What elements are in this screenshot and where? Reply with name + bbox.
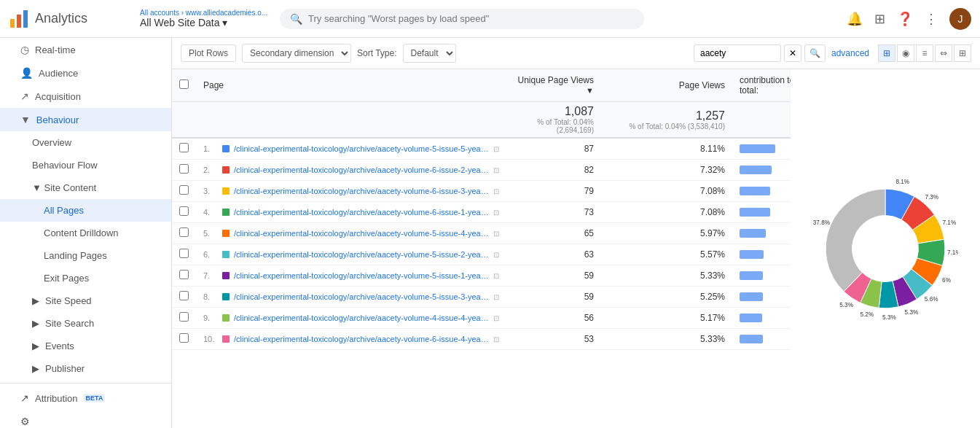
external-link-icon[interactable]: ⊡	[493, 187, 499, 195]
row-unique-views: 79	[506, 181, 601, 202]
external-link-icon[interactable]: ⊡	[493, 209, 499, 217]
row-checkbox[interactable]	[179, 312, 189, 322]
sidebar-item-content-drilldown[interactable]: Content Drilldown	[0, 222, 171, 244]
row-checkbox[interactable]	[179, 206, 189, 216]
more-icon[interactable]: ⋮	[925, 11, 938, 27]
th-unique-views[interactable]: Unique Page Views ▼	[506, 69, 601, 102]
pie-label-10: 37.8%	[813, 219, 830, 226]
row-pct: 7.08%	[601, 202, 732, 223]
top-icons: 🔔 ⊞ ❓ ⋮ J	[847, 8, 971, 30]
row-number: 6.	[203, 250, 218, 259]
row-checkbox-cell[interactable]	[172, 287, 196, 308]
sidebar-item-behaviour[interactable]: ▼ Behaviour	[0, 108, 171, 131]
account-dropdown-icon[interactable]: ▾	[222, 17, 227, 28]
sidebar-icon-site-search: ▶	[32, 318, 39, 329]
row-checkbox-cell[interactable]	[172, 181, 196, 202]
top-bar: Analytics All accounts › www.alliedacade…	[0, 0, 980, 38]
sidebar-item-events[interactable]: ▶ Events	[0, 335, 171, 357]
sidebar-item-realtime[interactable]: ◷ Real-time	[0, 38, 171, 61]
view-compare-button[interactable]: ⇔	[935, 44, 952, 62]
row-checkbox-cell[interactable]	[172, 265, 196, 287]
view-pie-button[interactable]: ◉	[897, 44, 914, 62]
external-link-icon[interactable]: ⊡	[493, 272, 499, 280]
pie-label-2: 7.1%	[943, 219, 957, 226]
sidebar-item-publisher[interactable]: ▶ Publisher	[0, 357, 171, 380]
account-name[interactable]: All Web Site Data ▾	[140, 17, 271, 28]
view-grid-button[interactable]: ⊞	[878, 44, 895, 62]
plot-rows-button[interactable]: Plot Rows	[181, 44, 236, 62]
page-link[interactable]: /clinical-experimental-toxicology/archiv…	[234, 292, 489, 301]
sidebar: ◷ Real-time 👤 Audience ↗ Acquisition ▼ B…	[0, 38, 172, 428]
sidebar-item-behaviour-flow[interactable]: Behaviour Flow	[0, 154, 171, 176]
row-pct: 5.33%	[601, 265, 732, 287]
help-icon[interactable]: ❓	[897, 11, 913, 27]
row-checkbox-cell[interactable]	[172, 308, 196, 329]
row-checkbox-cell[interactable]	[172, 202, 196, 223]
row-checkbox-cell[interactable]	[172, 223, 196, 244]
row-unique-views: 59	[506, 287, 601, 308]
row-checkbox[interactable]	[179, 333, 189, 343]
page-link[interactable]: /clinical-experimental-toxicology/archiv…	[234, 187, 489, 195]
page-link[interactable]: /clinical-experimental-toxicology/archiv…	[234, 314, 489, 322]
external-link-icon[interactable]: ⊡	[493, 293, 499, 301]
external-link-icon[interactable]: ⊡	[493, 230, 499, 238]
row-checkbox-cell[interactable]	[172, 160, 196, 181]
view-pivot-button[interactable]: ⊞	[954, 44, 971, 62]
sidebar-item-audience[interactable]: 👤 Audience	[0, 61, 171, 85]
row-page-cell: 8. /clinical-experimental-toxicology/arc…	[196, 287, 506, 308]
page-link[interactable]: /clinical-experimental-toxicology/archiv…	[234, 229, 489, 238]
row-checkbox[interactable]	[179, 143, 189, 152]
sidebar-item-attribution[interactable]: ↗ Attribution BETA	[0, 386, 171, 410]
pie-label-8: 5.2%	[860, 311, 874, 318]
sidebar-label-publisher: Publisher	[45, 363, 85, 374]
page-link[interactable]: /clinical-experimental-toxicology/archiv…	[234, 166, 489, 174]
pie-slice-10[interactable]	[826, 189, 885, 292]
sidebar-item-overview[interactable]: Overview	[0, 131, 171, 154]
filter-input[interactable]	[694, 44, 781, 62]
sidebar-item-all-pages[interactable]: All Pages	[0, 199, 171, 222]
sidebar-item-site-search[interactable]: ▶ Site Search	[0, 312, 171, 335]
row-checkbox[interactable]	[179, 249, 189, 258]
user-avatar[interactable]: J	[949, 8, 971, 30]
external-link-icon[interactable]: ⊡	[493, 335, 499, 343]
view-bar-button[interactable]: ≡	[916, 44, 933, 62]
notifications-icon[interactable]: 🔔	[847, 11, 863, 27]
search-input[interactable]	[308, 13, 634, 24]
sidebar-label-overview: Overview	[32, 137, 71, 148]
sidebar-item-exit-pages[interactable]: Exit Pages	[0, 267, 171, 289]
external-link-icon[interactable]: ⊡	[493, 251, 499, 259]
external-link-icon[interactable]: ⊡	[493, 166, 499, 174]
page-link[interactable]: /clinical-experimental-toxicology/archiv…	[234, 335, 489, 343]
row-checkbox-cell[interactable]	[172, 329, 196, 350]
row-checkbox[interactable]	[179, 185, 189, 195]
sidebar-icon-publisher: ▶	[32, 363, 39, 374]
filter-clear-button[interactable]: ✕	[784, 44, 801, 62]
page-link[interactable]: /clinical-experimental-toxicology/archiv…	[234, 250, 489, 259]
page-link[interactable]: /clinical-experimental-toxicology/archiv…	[234, 208, 489, 217]
search-bar[interactable]: 🔍	[280, 9, 644, 29]
apps-icon[interactable]: ⊞	[874, 11, 885, 27]
page-link[interactable]: /clinical-experimental-toxicology/archiv…	[234, 271, 489, 280]
row-checkbox[interactable]	[179, 291, 189, 300]
sidebar-item-acquisition[interactable]: ↗ Acquisition	[0, 85, 171, 108]
sidebar-item-site-speed[interactable]: ▶ Site Speed	[0, 289, 171, 312]
row-checkbox[interactable]	[179, 227, 189, 237]
sidebar-item-site-content[interactable]: ▼ Site Content	[0, 176, 171, 199]
sort-type-select[interactable]: Default	[403, 44, 456, 63]
sidebar-item-settings[interactable]: ⚙	[0, 410, 171, 428]
advanced-link[interactable]: advanced	[831, 48, 869, 58]
sidebar-item-landing-pages[interactable]: Landing Pages	[0, 244, 171, 267]
external-link-icon[interactable]: ⊡	[493, 314, 499, 322]
row-checkbox-cell[interactable]	[172, 244, 196, 265]
th-page: Page	[196, 69, 506, 102]
filter-search-button[interactable]: 🔍	[804, 44, 826, 62]
row-checkbox[interactable]	[179, 164, 189, 174]
secondary-dimension-select[interactable]: Secondary dimension	[242, 44, 351, 63]
th-checkbox[interactable]	[172, 69, 196, 102]
select-all-checkbox[interactable]	[179, 79, 189, 89]
table-row: 5. /clinical-experimental-toxicology/arc…	[172, 223, 791, 244]
external-link-icon[interactable]: ⊡	[493, 145, 499, 153]
page-link[interactable]: /clinical-experimental-toxicology/archiv…	[234, 144, 489, 153]
row-checkbox-cell[interactable]	[172, 138, 196, 160]
row-checkbox[interactable]	[179, 270, 189, 279]
